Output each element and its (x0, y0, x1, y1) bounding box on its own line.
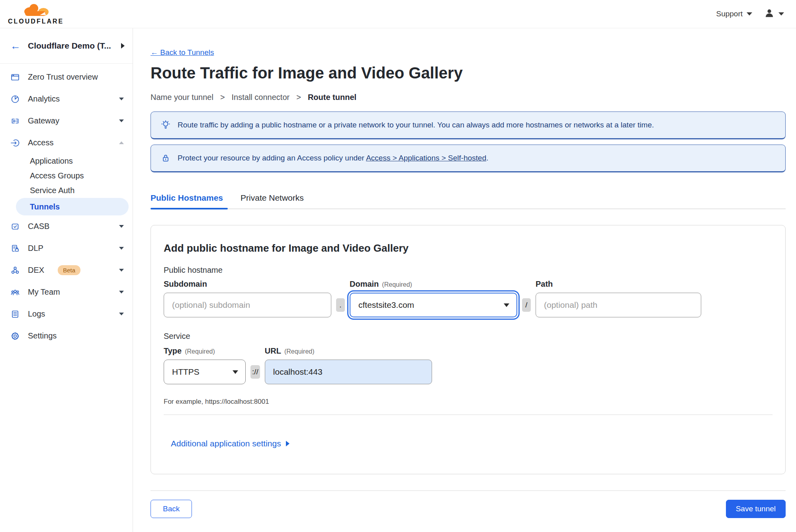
subdomain-input[interactable] (164, 293, 331, 317)
document-lock-icon (10, 244, 20, 253)
url-example-text: For example, https://localhost:8001 (164, 398, 773, 406)
subdomain-field: Subdomain (164, 280, 331, 317)
step-name-your-tunnel[interactable]: Name your tunnel (151, 93, 213, 102)
required-note: (Required) (382, 281, 412, 288)
sidebar-item-dlp[interactable]: DLP (0, 237, 133, 259)
user-avatar-icon (764, 8, 774, 20)
sidebar-item-settings[interactable]: Settings (0, 325, 133, 347)
sidebar-item-zero-trust-overview[interactable]: Zero Trust overview (0, 66, 133, 88)
info-banner-route-traffic: Route traffic by adding a public hostnam… (151, 111, 786, 139)
chevron-up-icon (119, 141, 124, 144)
main-content: ← Back to Tunnels Route Traffic for Imag… (133, 28, 796, 532)
hostname-field-row: Subdomain . Domain (Required) cftestsite… (164, 280, 773, 317)
banner-text: Route traffic by adding a public hostnam… (178, 121, 654, 129)
chevron-down-icon (747, 12, 752, 16)
wizard-steps: Name your tunnel > Install connector > R… (151, 93, 786, 102)
step-install-connector[interactable]: Install connector (232, 93, 290, 102)
check-square-icon (10, 222, 20, 231)
sidebar-subitem-label: Tunnels (30, 202, 60, 211)
dot-separator: . (336, 298, 345, 312)
sidebar-item-access[interactable]: Access (0, 132, 133, 154)
account-menu[interactable] (764, 8, 784, 20)
top-bar: CLOUDFLARE Support (0, 0, 796, 28)
chevron-down-icon (119, 98, 124, 100)
additional-application-settings-toggle[interactable]: Additional application settings (171, 439, 289, 448)
chevron-down-icon (119, 313, 124, 315)
access-icon (10, 138, 20, 148)
info-banner-access-policy: Protect your resource by adding an Acces… (151, 145, 786, 172)
url-input[interactable] (265, 360, 432, 384)
chevron-down-icon (778, 12, 784, 16)
save-tunnel-button[interactable]: Save tunnel (726, 500, 786, 518)
lock-icon (160, 153, 171, 163)
slash-separator: / (522, 298, 531, 312)
type-field: Type (Required) HTTPS (164, 346, 246, 384)
sidebar-item-label: Zero Trust overview (28, 72, 98, 82)
service-field-row: Type (Required) HTTPS :// URL (Required) (164, 346, 773, 384)
sidebar-item-label: Logs (28, 309, 45, 319)
app-window: CLOUDFLARE Support ← Cloudflare Demo ( (0, 0, 796, 532)
domain-label: Domain (350, 280, 379, 289)
chevron-down-icon (233, 370, 238, 374)
cloudflare-logo[interactable]: CLOUDFLARE (8, 3, 64, 25)
banner-text-prefix: Protect your resource by adding an Acces… (178, 154, 366, 162)
access-applications-self-hosted-link[interactable]: Access > Applications > Self-hosted (366, 154, 486, 162)
divider (151, 490, 786, 491)
back-arrow-icon[interactable]: ← (10, 41, 21, 51)
sidebar-item-label: Access (28, 138, 53, 147)
lightbulb-icon (160, 120, 171, 130)
service-type-value: HTTPS (172, 367, 199, 377)
sidebar: ← Cloudflare Demo (T... Zero Trust overv… (0, 28, 133, 532)
back-button[interactable]: Back (151, 500, 192, 518)
gateway-icon (10, 116, 20, 126)
tab-public-hostnames[interactable]: Public Hostnames (151, 193, 224, 209)
sidebar-subitem-tunnels[interactable]: Tunnels (16, 198, 129, 215)
path-label: Path (536, 280, 553, 289)
sidebar-item-dex[interactable]: DEX Beta (0, 259, 133, 281)
domain-select-value: cftestsite3.com (358, 300, 414, 310)
path-field: Path (536, 280, 701, 317)
sidebar-item-label: Analytics (28, 94, 60, 104)
sidebar-item-label: My Team (28, 288, 60, 297)
sidebar-item-label: Settings (28, 331, 57, 340)
tab-private-networks[interactable]: Private Networks (241, 193, 305, 209)
required-note: (Required) (284, 348, 315, 355)
beta-badge: Beta (58, 265, 80, 275)
sidebar-item-casb[interactable]: CASB (0, 215, 133, 237)
collapse-sidebar-icon[interactable] (121, 43, 125, 49)
support-label: Support (716, 10, 743, 18)
sidebar-item-label: Gateway (28, 116, 59, 125)
sidebar-item-analytics[interactable]: Analytics (0, 88, 133, 110)
sidebar-subitem-label: Service Auth (30, 186, 74, 195)
sidebar-subitem-service-auth[interactable]: Service Auth (16, 183, 129, 198)
domain-select[interactable]: cftestsite3.com (350, 293, 517, 317)
chevron-down-icon (119, 247, 124, 250)
public-hostname-card: Add public hostname for Image and Video … (151, 225, 786, 474)
url-label: URL (265, 346, 281, 356)
card-heading: Add public hostname for Image and Video … (164, 242, 773, 254)
scheme-separator: :// (250, 365, 260, 379)
step-separator: > (220, 93, 225, 102)
back-to-tunnels-link[interactable]: ← Back to Tunnels (151, 48, 214, 57)
sidebar-subitem-applications[interactable]: Applications (16, 154, 129, 168)
subdomain-label: Subdomain (164, 280, 207, 289)
account-name[interactable]: Cloudflare Demo (T... (28, 41, 114, 51)
divider (164, 415, 773, 415)
service-type-select[interactable]: HTTPS (164, 360, 246, 384)
sidebar-subitem-access-groups[interactable]: Access Groups (16, 168, 129, 183)
sidebar-item-my-team[interactable]: My Team (0, 281, 133, 303)
support-menu[interactable]: Support (716, 10, 752, 18)
chevron-down-icon (504, 303, 509, 307)
list-icon (10, 309, 20, 319)
sidebar-item-logs[interactable]: Logs (0, 303, 133, 325)
url-field: URL (Required) (265, 346, 432, 384)
sidebar-item-gateway[interactable]: Gateway (0, 110, 133, 132)
people-icon (10, 288, 20, 297)
step-separator: > (296, 93, 301, 102)
window-icon (10, 72, 20, 82)
step-route-tunnel: Route tunnel (308, 93, 356, 102)
chevron-down-icon (119, 225, 124, 228)
path-input[interactable] (536, 293, 701, 317)
sidebar-subitem-label: Applications (30, 156, 73, 166)
chevron-down-icon (119, 119, 124, 122)
